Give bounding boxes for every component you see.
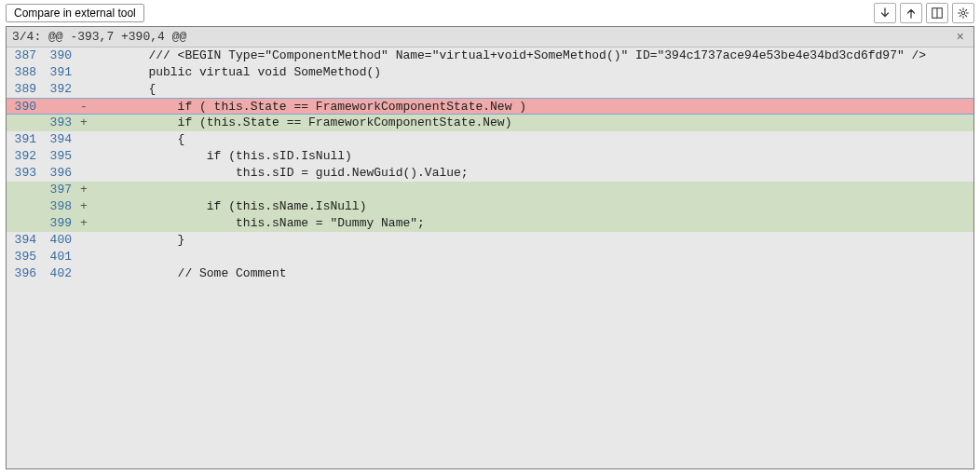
line-number-old: 396 [7, 265, 42, 282]
diff-marker: + [77, 215, 90, 232]
diff-code: this.sID = guid.NewGuid().Value; [90, 165, 973, 182]
diff-line[interactable]: 393396 this.sID = guid.NewGuid().Value; [7, 165, 973, 182]
diff-code: // Some Comment [90, 265, 973, 282]
settings-icon [957, 7, 970, 20]
diff-line[interactable]: 398+ if (this.sName.IsNull) [7, 198, 973, 215]
diff-code: if (this.sName.IsNull) [90, 198, 973, 215]
diff-marker [77, 81, 90, 98]
line-number-old: 394 [7, 232, 42, 249]
close-hunk-button[interactable]: × [953, 30, 968, 45]
diff-code: public virtual void SomeMethod() [90, 64, 973, 81]
line-number-new: 390 [42, 48, 77, 64]
diff-line[interactable]: 389392 { [7, 81, 973, 98]
side-by-side-icon [931, 7, 944, 20]
line-number-new: 399 [42, 215, 77, 232]
line-number-old: 388 [7, 64, 42, 81]
diff-line[interactable]: 394400 } [7, 232, 973, 249]
hunk-header-text: 3/4: @@ -393,7 +390,4 @@ [12, 30, 186, 44]
line-number-old [7, 182, 42, 198]
arrow-up-icon [905, 7, 918, 20]
line-number-old: 393 [7, 165, 42, 182]
diff-marker: + [77, 182, 90, 198]
line-number-new: 396 [42, 165, 77, 182]
line-number-new: 391 [42, 64, 77, 81]
line-number-old [7, 198, 42, 215]
diff-marker: + [77, 198, 90, 215]
line-number-old: 395 [7, 249, 42, 265]
line-number-old: 387 [7, 48, 42, 64]
arrow-down-icon [878, 7, 892, 20]
diff-body[interactable]: 387390 /// <BEGIN Type="ComponentMethod"… [7, 48, 973, 468]
diff-marker [77, 148, 90, 165]
line-number-new [42, 99, 77, 114]
diff-marker [77, 64, 90, 81]
diff-code: if (this.State == FrameworkComponentStat… [90, 115, 973, 131]
line-number-new: 401 [42, 249, 77, 265]
line-number-old [7, 115, 42, 131]
diff-code: this.sName = "Dummy Name"; [90, 215, 973, 232]
line-number-new: 397 [42, 182, 77, 198]
line-number-old: 389 [7, 81, 42, 98]
line-number-new: 400 [42, 232, 77, 249]
diff-marker [77, 48, 90, 64]
diff-line[interactable]: 396402 // Some Comment [7, 265, 973, 282]
diff-code: } [90, 232, 973, 249]
toolbar-right [874, 3, 974, 23]
diff-line[interactable]: 387390 /// <BEGIN Type="ComponentMethod"… [7, 48, 973, 64]
line-number-old: 390 [7, 99, 42, 114]
diff-line[interactable]: 395401 [7, 249, 973, 265]
diff-line[interactable]: 399+ this.sName = "Dummy Name"; [7, 215, 973, 232]
line-number-new: 398 [42, 198, 77, 215]
diff-line[interactable]: 388391 public virtual void SomeMethod() [7, 64, 973, 81]
diff-line[interactable]: 391394 { [7, 131, 973, 148]
diff-code: { [90, 81, 973, 98]
diff-marker [77, 165, 90, 182]
diff-code [90, 182, 973, 198]
toolbar: Compare in external tool [0, 0, 980, 26]
diff-marker [77, 232, 90, 249]
line-number-new: 392 [42, 81, 77, 98]
diff-marker [77, 131, 90, 148]
diff-code: if ( this.State == FrameworkComponentSta… [90, 99, 973, 114]
diff-settings-button[interactable] [952, 3, 974, 23]
diff-code [90, 249, 973, 265]
diff-code: /// <BEGIN Type="ComponentMethod" Name="… [90, 48, 973, 64]
line-number-old: 391 [7, 131, 42, 148]
diff-line[interactable]: 390- if ( this.State == FrameworkCompone… [7, 98, 973, 115]
side-by-side-button[interactable] [926, 3, 948, 23]
line-number-new: 395 [42, 148, 77, 165]
diff-line[interactable]: 397+ [7, 182, 973, 198]
line-number-new: 402 [42, 265, 77, 282]
compare-external-button[interactable]: Compare in external tool [6, 4, 144, 22]
line-number-old: 392 [7, 148, 42, 165]
diff-code: if (this.sID.IsNull) [90, 148, 973, 165]
next-diff-button[interactable] [874, 3, 896, 23]
diff-line[interactable]: 393+ if (this.State == FrameworkComponen… [7, 115, 973, 131]
svg-point-2 [961, 11, 965, 15]
diff-line[interactable]: 392395 if (this.sID.IsNull) [7, 148, 973, 165]
line-number-new: 393 [42, 115, 77, 131]
line-number-old [7, 215, 42, 232]
prev-diff-button[interactable] [900, 3, 922, 23]
diff-marker: + [77, 115, 90, 131]
diff-container: 3/4: @@ -393,7 +390,4 @@ × 387390 /// <B… [6, 26, 974, 469]
line-number-new: 394 [42, 131, 77, 148]
diff-marker: - [77, 99, 90, 114]
diff-marker [77, 249, 90, 265]
diff-code: { [90, 131, 973, 148]
diff-marker [77, 265, 90, 282]
hunk-header: 3/4: @@ -393,7 +390,4 @@ × [7, 27, 973, 48]
